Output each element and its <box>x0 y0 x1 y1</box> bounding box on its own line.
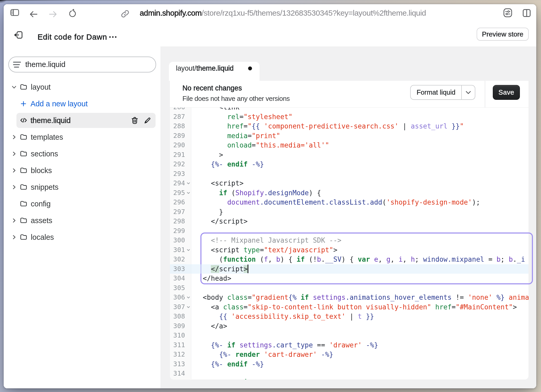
sidebar-folder-sections[interactable]: sections <box>9 146 156 161</box>
format-liquid-button: Format liquid <box>410 85 475 100</box>
browser-toolbar: admin.shopify.com/store/rzq1xu-f5/themes… <box>4 4 536 22</box>
save-button[interactable]: Save <box>493 85 520 100</box>
back-icon[interactable] <box>30 11 37 17</box>
chevron-down-icon[interactable] <box>11 84 17 90</box>
sidebar-folder-layout[interactable]: layout <box>9 79 156 95</box>
page-header: Edit code for Dawn Preview store <box>4 22 536 46</box>
tab-label: layout/theme.liquid <box>176 64 233 72</box>
code-line-295[interactable]: if (Shopify.designMode) { <box>170 188 528 198</box>
page-settings-icon[interactable] <box>503 8 512 17</box>
sidebar-folder-config[interactable]: config <box>9 196 156 211</box>
code-line-288[interactable]: href="{{ 'component-predictive-search.cs… <box>170 121 528 131</box>
browser-window: admin.shopify.com/store/rzq1xu-f5/themes… <box>4 4 536 388</box>
sidebar-folder-templates[interactable]: templates <box>9 130 156 145</box>
unsaved-dot-icon <box>248 66 252 70</box>
code-area[interactable]: 2862872882892902912922932942952962972982… <box>170 107 528 379</box>
code-line-293[interactable] <box>170 169 528 179</box>
delete-icon[interactable] <box>131 117 139 124</box>
status-title: No recent changes <box>182 84 242 92</box>
item-label: blocks <box>31 166 52 175</box>
code-line-300[interactable]: <!-- Mixpanel Javascript SDK --> <box>170 236 528 245</box>
forward-icon[interactable] <box>49 11 57 17</box>
code-line-314[interactable] <box>170 369 528 378</box>
filter-icon <box>13 62 21 68</box>
code-line-306[interactable]: <body class="gradient{% if settings.anim… <box>170 293 528 302</box>
desktop-background: admin.shopify.com/store/rzq1xu-f5/themes… <box>0 0 541 392</box>
text-cursor <box>248 265 248 273</box>
file-search-input[interactable]: theme.liquid <box>8 57 156 72</box>
code-line-291[interactable]: > <box>170 150 528 160</box>
item-label: templates <box>31 133 63 142</box>
reload-icon[interactable] <box>69 9 76 17</box>
sidebar-add-a-new-layout[interactable]: Add a new layout <box>16 96 156 111</box>
code-line-296[interactable]: document.documentElement.classList.add('… <box>170 198 528 207</box>
code-file-icon <box>20 116 28 124</box>
status-subtitle: File does not have any other versions <box>182 95 290 103</box>
chevron-right-icon[interactable] <box>11 134 17 140</box>
code-line-313[interactable]: {%- endif -%} <box>170 359 528 369</box>
sidebar-file-theme.liquid[interactable]: theme.liquid <box>16 113 156 128</box>
item-label: theme.liquid <box>30 116 71 125</box>
code-line-301[interactable]: <script type="text/javascript"> <box>170 245 528 255</box>
item-label: snippets <box>31 183 58 192</box>
code-line-286[interactable]: <link <box>170 107 528 112</box>
sidebar-folder-locales[interactable]: locales <box>9 230 156 245</box>
preview-store-button[interactable]: Preview store <box>477 28 529 41</box>
format-liquid-main[interactable]: Format liquid <box>411 85 461 99</box>
folder-icon <box>20 133 28 141</box>
code-line-303[interactable]: </script> <box>170 264 528 274</box>
code-line-287[interactable]: rel="stylesheet" <box>170 112 528 122</box>
file-tree: layoutAdd a new layouttheme.liquidtempla… <box>4 79 161 246</box>
code-line-310[interactable] <box>170 331 528 340</box>
page-title: Edit code for Dawn <box>38 25 107 49</box>
code-lines: <link rel="stylesheet" href="{{ 'compone… <box>170 107 528 379</box>
code-line-311[interactable]: {%- if settings.cart_type == 'drawer' -%… <box>170 340 528 350</box>
code-line-289[interactable]: media="print" <box>170 131 528 141</box>
item-label: Add a new layout <box>30 100 88 108</box>
code-line-297[interactable]: } <box>170 207 528 217</box>
exit-icon[interactable] <box>14 31 22 39</box>
item-label: locales <box>31 233 54 242</box>
item-label: assets <box>31 216 52 225</box>
editor-toolbar: No recent changes File does not have any… <box>170 81 528 107</box>
chevron-right-icon[interactable] <box>11 234 17 240</box>
item-label: layout <box>31 83 51 91</box>
sidebar-folder-snippets[interactable]: snippets <box>9 180 156 195</box>
code-line-315[interactable]: {%- sections 'header-group' -%} <box>170 377 528 379</box>
code-line-299[interactable] <box>170 226 528 236</box>
code-line-298[interactable]: </script> <box>170 217 528 226</box>
code-line-305[interactable] <box>170 283 528 293</box>
edit-icon[interactable] <box>144 117 151 124</box>
folder-icon <box>20 166 28 174</box>
url-bar[interactable]: admin.shopify.com/store/rzq1xu-f5/themes… <box>140 4 426 22</box>
folder-icon <box>20 233 28 241</box>
code-line-302[interactable]: (function (f, b) { if (!b.__SV) { var e,… <box>170 255 528 264</box>
code-line-294[interactable]: <script> <box>170 179 528 188</box>
sidebar-folder-blocks[interactable]: blocks <box>9 163 156 178</box>
folder-icon <box>20 150 28 158</box>
code-line-304[interactable]: </head> <box>170 274 528 283</box>
split-view-icon[interactable] <box>523 9 531 17</box>
folder-icon <box>20 200 28 208</box>
code-line-308[interactable]: {{ 'accessibility.skip_to_text' | t }} <box>170 312 528 321</box>
chevron-down-icon <box>466 91 471 94</box>
tab-theme-liquid[interactable]: layout/theme.liquid <box>169 62 260 81</box>
code-line-312[interactable]: {%- render 'cart-drawer' -%} <box>170 350 528 359</box>
code-line-290[interactable]: onload="this.media='all'" <box>170 140 528 150</box>
url-path: /store/rzq1xu-f5/themes/132683530345?key… <box>202 9 426 17</box>
chevron-right-icon[interactable] <box>11 184 17 190</box>
url-domain: admin.shopify.com <box>140 9 202 17</box>
format-liquid-caret[interactable] <box>461 85 475 99</box>
code-line-307[interactable]: <a class="skip-to-content-link button vi… <box>170 302 528 312</box>
chevron-right-icon[interactable] <box>11 218 17 223</box>
sidebar-toggle-icon[interactable] <box>10 9 19 16</box>
code-line-309[interactable]: </a> <box>170 321 528 331</box>
code-line-292[interactable]: {%- endif -%} <box>170 160 528 169</box>
more-actions-icon[interactable] <box>109 25 116 49</box>
item-label: sections <box>31 150 58 158</box>
chevron-right-icon[interactable] <box>11 151 17 157</box>
sidebar-folder-assets[interactable]: assets <box>9 213 156 228</box>
file-sidebar: theme.liquid layoutAdd a new layouttheme… <box>4 46 161 388</box>
chevron-right-icon[interactable] <box>11 168 17 173</box>
item-label: config <box>31 200 51 208</box>
